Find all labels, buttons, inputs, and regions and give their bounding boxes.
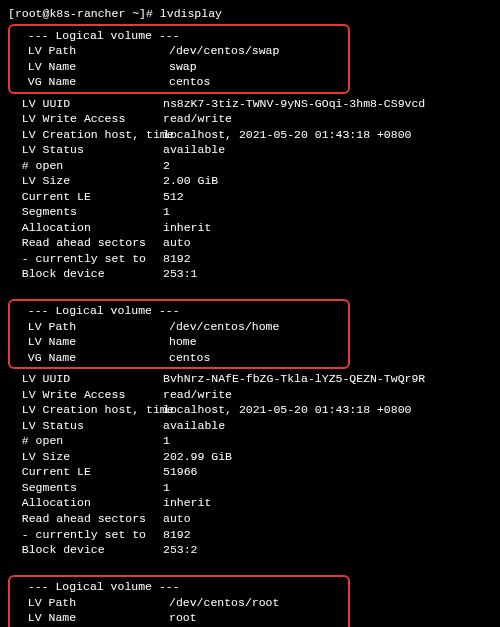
blank-line bbox=[8, 282, 492, 298]
value-lv-status: available bbox=[163, 418, 225, 434]
value-segments: 1 bbox=[163, 204, 170, 220]
label-read-ahead: Read ahead sectors bbox=[8, 235, 163, 251]
lv-creation-row: LV Creation host, timelocalhost, 2021-05… bbox=[8, 402, 492, 418]
label-allocation: Allocation bbox=[8, 495, 163, 511]
value-read-ahead: auto bbox=[163, 511, 191, 527]
terminal-window[interactable]: [root@k8s-rancher ~]# lvdisplay --- Logi… bbox=[0, 0, 500, 627]
value-vg-name: centos bbox=[169, 350, 210, 366]
lv-uuid-row: LV UUIDns8zK7-3tiz-TWNV-9yNS-GOqi-3hm8-C… bbox=[8, 96, 492, 112]
lv-highlight-swap: --- Logical volume --- LV Path /dev/cent… bbox=[8, 24, 350, 94]
value-read-ahead: auto bbox=[163, 235, 191, 251]
label-read-ahead: Read ahead sectors bbox=[8, 511, 163, 527]
lv-status-row: LV Statusavailable bbox=[8, 142, 492, 158]
value-block-device: 253:2 bbox=[163, 542, 198, 558]
vg-name-row: VG Namecentos bbox=[14, 350, 344, 366]
lv-status-row: LV Statusavailable bbox=[8, 418, 492, 434]
label-currently-set: - currently set to bbox=[8, 251, 163, 267]
label-open: # open bbox=[8, 158, 163, 174]
lv-highlight-root: --- Logical volume --- LV Path/dev/cento… bbox=[8, 575, 350, 627]
label-block-device: Block device bbox=[8, 542, 163, 558]
lv-path-row: LV Path/dev/centos/root bbox=[14, 595, 344, 611]
value-lv-size: 2.00 GiB bbox=[163, 173, 218, 189]
current-le-row: Current LE512 bbox=[8, 189, 492, 205]
label-lv-write-access: LV Write Access bbox=[8, 111, 163, 127]
label-lv-path: LV Path bbox=[14, 43, 169, 59]
label-current-le: Current LE bbox=[8, 189, 163, 205]
value-lv-write-access: read/write bbox=[163, 111, 232, 127]
segments-row: Segments1 bbox=[8, 204, 492, 220]
lv-name-row: LV Namehome bbox=[14, 334, 344, 350]
value-lv-path: /dev/centos/home bbox=[169, 319, 279, 335]
label-vg-name: VG Name bbox=[14, 350, 169, 366]
open-row: # open2 bbox=[8, 158, 492, 174]
value-lv-size: 202.99 GiB bbox=[163, 449, 232, 465]
label-lv-creation: LV Creation host, time bbox=[8, 402, 163, 418]
value-lv-uuid: ns8zK7-3tiz-TWNV-9yNS-GOqi-3hm8-CS9vcd bbox=[163, 96, 425, 112]
value-lv-name: swap bbox=[169, 59, 197, 75]
label-segments: Segments bbox=[8, 480, 163, 496]
value-lv-uuid: BvhNrz-NAfE-fbZG-Tkla-lYZ5-QEZN-TwQr9R bbox=[163, 371, 425, 387]
label-lv-creation: LV Creation host, time bbox=[8, 127, 163, 143]
value-open: 2 bbox=[163, 158, 170, 174]
section-header: --- Logical volume --- bbox=[14, 579, 344, 595]
label-lv-name: LV Name bbox=[14, 334, 169, 350]
lv-write-access-row: LV Write Accessread/write bbox=[8, 387, 492, 403]
value-lv-status: available bbox=[163, 142, 225, 158]
lv-uuid-row: LV UUIDBvhNrz-NAfE-fbZG-Tkla-lYZ5-QEZN-T… bbox=[8, 371, 492, 387]
label-current-le: Current LE bbox=[8, 464, 163, 480]
label-lv-size: LV Size bbox=[8, 173, 163, 189]
value-lv-creation: localhost, 2021-05-20 01:43:18 +0800 bbox=[163, 127, 411, 143]
value-vg-name: centos bbox=[169, 74, 210, 90]
label-lv-name: LV Name bbox=[14, 610, 169, 626]
label-lv-path: LV Path bbox=[14, 595, 169, 611]
current-le-row: Current LE51966 bbox=[8, 464, 492, 480]
label-lv-name: LV Name bbox=[14, 59, 169, 75]
vg-name-row: VG Name centos bbox=[14, 74, 344, 90]
lv-name-row: LV Nameroot bbox=[14, 610, 344, 626]
value-lv-name: home bbox=[169, 334, 197, 350]
blank-line bbox=[8, 558, 492, 574]
read-ahead-row: Read ahead sectorsauto bbox=[8, 235, 492, 251]
currently-set-row: - currently set to8192 bbox=[8, 527, 492, 543]
value-allocation: inherit bbox=[163, 495, 211, 511]
segments-row: Segments1 bbox=[8, 480, 492, 496]
currently-set-row: - currently set to8192 bbox=[8, 251, 492, 267]
value-allocation: inherit bbox=[163, 220, 211, 236]
lv-size-row: LV Size202.99 GiB bbox=[8, 449, 492, 465]
value-segments: 1 bbox=[163, 480, 170, 496]
section-header: --- Logical volume --- bbox=[14, 303, 344, 319]
read-ahead-row: Read ahead sectorsauto bbox=[8, 511, 492, 527]
value-lv-path: /dev/centos/root bbox=[169, 595, 279, 611]
value-open: 1 bbox=[163, 433, 170, 449]
label-vg-name: VG Name bbox=[14, 74, 169, 90]
label-lv-size: LV Size bbox=[8, 449, 163, 465]
label-lv-path: LV Path bbox=[14, 319, 169, 335]
block-device-row: Block device253:1 bbox=[8, 266, 492, 282]
lv-name-row: LV Name swap bbox=[14, 59, 344, 75]
value-currently-set: 8192 bbox=[163, 251, 191, 267]
label-open: # open bbox=[8, 433, 163, 449]
value-currently-set: 8192 bbox=[163, 527, 191, 543]
value-current-le: 51966 bbox=[163, 464, 198, 480]
label-lv-write-access: LV Write Access bbox=[8, 387, 163, 403]
lv-creation-row: LV Creation host, timelocalhost, 2021-05… bbox=[8, 127, 492, 143]
allocation-row: Allocationinherit bbox=[8, 220, 492, 236]
lv-path-row: LV Path/dev/centos/home bbox=[14, 319, 344, 335]
value-block-device: 253:1 bbox=[163, 266, 198, 282]
value-lv-creation: localhost, 2021-05-20 01:43:18 +0800 bbox=[163, 402, 411, 418]
value-current-le: 512 bbox=[163, 189, 184, 205]
label-currently-set: - currently set to bbox=[8, 527, 163, 543]
lv-write-access-row: LV Write Accessread/write bbox=[8, 111, 492, 127]
value-lv-name: root bbox=[169, 610, 197, 626]
open-row: # open1 bbox=[8, 433, 492, 449]
lv-size-row: LV Size2.00 GiB bbox=[8, 173, 492, 189]
allocation-row: Allocationinherit bbox=[8, 495, 492, 511]
label-lv-uuid: LV UUID bbox=[8, 96, 163, 112]
block-device-row: Block device253:2 bbox=[8, 542, 492, 558]
shell-prompt[interactable]: [root@k8s-rancher ~]# lvdisplay bbox=[8, 6, 492, 22]
value-lv-path: /dev/centos/swap bbox=[169, 43, 279, 59]
section-header: --- Logical volume --- bbox=[14, 28, 344, 44]
label-lv-status: LV Status bbox=[8, 142, 163, 158]
lv-highlight-home: --- Logical volume --- LV Path/dev/cento… bbox=[8, 299, 350, 369]
label-block-device: Block device bbox=[8, 266, 163, 282]
